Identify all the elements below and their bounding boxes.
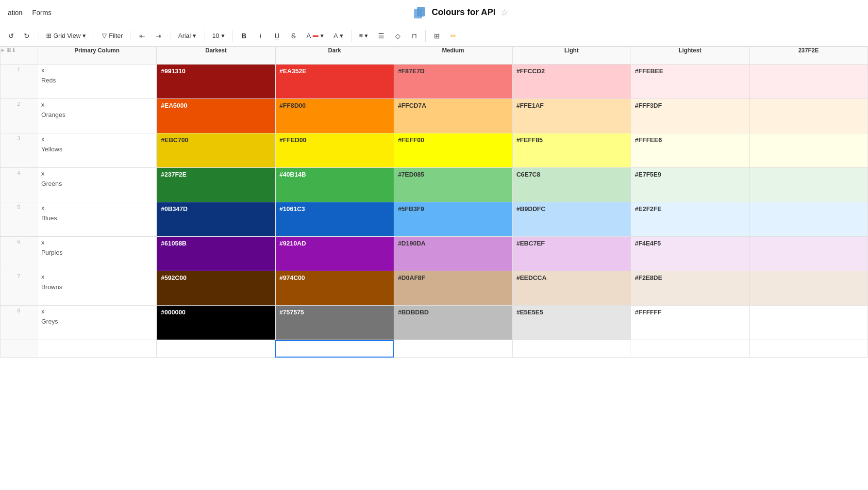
row-number: 6 [0,237,37,271]
cell-darkest[interactable]: #237F2E [157,168,275,202]
edit-button[interactable]: ✏ [446,29,461,43]
font-size-label: 10 [212,32,219,39]
header-light[interactable]: Light [512,47,631,65]
insert-table-button[interactable]: ⊞ [430,29,444,43]
list-button[interactable]: ☰ [374,29,388,43]
cell-darkest[interactable]: #000000 [157,306,275,340]
primary-cell[interactable]: xYellows [37,133,157,168]
cell-lightest[interactable]: #E2F2FE [631,202,749,237]
cell-lightest[interactable]: #E7F5E9 [631,168,749,202]
cell-dark[interactable]: #757575 [275,306,394,340]
header-lightest[interactable]: Lightest [631,47,749,65]
undo-button[interactable]: ↺ [4,29,18,43]
primary-cell[interactable]: xGreys [37,306,157,340]
cell-medium[interactable]: #D190DA [394,237,512,271]
bold-button[interactable]: B [237,29,251,43]
header-medium[interactable]: Medium [394,47,512,65]
cell-extra[interactable] [749,168,868,202]
expand-icon: ▸ [1,47,4,53]
indent-decrease-button[interactable]: ⇤ [135,29,150,43]
cell-dark[interactable]: #1061C3 [275,202,394,237]
cell-extra[interactable] [749,133,868,168]
cell-medium[interactable]: #FEFF00 [394,133,512,168]
cell-extra[interactable] [749,202,868,237]
cell-lightest[interactable]: #FFEBEE [631,65,749,99]
cell-lightest[interactable]: #F2E8DE [631,271,749,306]
cell-light[interactable]: #EEDCCA [512,271,631,306]
cell-dark[interactable]: #FFED00 [275,133,394,168]
font-selector[interactable]: Arial ▾ [174,30,200,41]
header-primary[interactable]: Primary Column [37,47,157,65]
link-button[interactable]: ⊓ [407,29,421,43]
indent-increase-button[interactable]: ⇥ [151,29,166,43]
row-number: 7 [0,271,37,306]
cell-medium[interactable]: #D0AF8F [394,271,512,306]
cell-extra[interactable] [749,65,868,99]
cell-light[interactable]: #FEFF85 [512,133,631,168]
sep1 [38,30,38,42]
cell-darkest[interactable]: #592C00 [157,271,275,306]
row-number: 2 [0,99,37,133]
color-table: ▸ ⊞ ℹ Primary Column Darkest Dark Medium… [0,47,868,358]
cell-lightest[interactable]: #F4E4F5 [631,237,749,271]
cell-dark[interactable]: #FF8D00 [275,99,394,133]
table-row: 1xReds#991310#EA352E#F87E7D#FFCCD2#FFEBE… [0,65,868,99]
header-darkest[interactable]: Darkest [157,47,275,65]
primary-cell[interactable]: xBlues [37,202,157,237]
align-button[interactable]: ≡ ▾ [355,30,372,41]
cell-dark[interactable]: #EA352E [275,65,394,99]
strikethrough-button[interactable]: S [286,29,301,43]
cell-light[interactable]: #EBC7EF [512,237,631,271]
cell-darkest[interactable]: #EA5000 [157,99,275,133]
cell-extra[interactable] [749,271,868,306]
cell-dark[interactable]: #9210AD [275,237,394,271]
grid-view-chevron: ▾ [83,32,86,39]
cell-darkest[interactable]: #991310 [157,65,275,99]
nav-item-ation[interactable]: ation [8,9,22,16]
header-extra[interactable]: 237F2E [749,47,868,65]
cell-darkest[interactable]: #0B347D [157,202,275,237]
text-color-button[interactable]: A▾ [330,30,347,41]
cell-dark[interactable]: #974C00 [275,271,394,306]
font-label: Arial [178,32,191,39]
cell-medium[interactable]: #FFCD7A [394,99,512,133]
grid-view-button[interactable]: ⊞ Grid View ▾ [42,30,90,41]
cell-darkest[interactable]: #61058B [157,237,275,271]
top-nav: ation Forms Colours for API ☆ [0,0,868,25]
nav-item-forms[interactable]: Forms [32,9,51,16]
cell-lightest[interactable]: #FFFEE6 [631,133,749,168]
cell-medium[interactable]: #BDBDBD [394,306,512,340]
primary-cell[interactable]: xOranges [37,99,157,133]
primary-cell[interactable]: xBrowns [37,271,157,306]
cell-lightest[interactable]: #FFF3DF [631,99,749,133]
cell-extra[interactable] [749,237,868,271]
cell-medium[interactable]: #7ED085 [394,168,512,202]
font-size-selector[interactable]: 10 ▾ [208,30,228,41]
filter-button[interactable]: ▽ Filter [98,30,127,41]
cell-lightest[interactable]: #FFFFFF [631,306,749,340]
cell-light[interactable]: #FFCCD2 [512,65,631,99]
cell-extra[interactable] [749,99,868,133]
cell-medium[interactable]: #F87E7D [394,65,512,99]
primary-cell[interactable]: xGreens [37,168,157,202]
header-dark[interactable]: Dark [275,47,394,65]
fill-color-button[interactable]: A▾ [303,30,328,41]
cell-medium[interactable]: #5FB3F9 [394,202,512,237]
cell-light[interactable]: #FFE1AF [512,99,631,133]
cell-light[interactable]: #E5E5E5 [512,306,631,340]
cell-extra[interactable] [749,306,868,340]
italic-button[interactable]: I [253,29,268,43]
cell-light[interactable]: C6E7C8 [512,168,631,202]
sep7 [351,30,351,42]
primary-cell[interactable]: xReds [37,65,157,99]
clear-button[interactable]: ◇ [390,29,405,43]
info-icon: ℹ [13,47,15,53]
redo-button[interactable]: ↻ [19,29,34,43]
underline-button[interactable]: U [270,29,284,43]
star-icon[interactable]: ☆ [501,7,508,18]
cell-darkest[interactable]: #EBC700 [157,133,275,168]
grid-view-label: Grid View [53,32,81,39]
cell-dark[interactable]: #40B14B [275,168,394,202]
primary-cell[interactable]: xPurples [37,237,157,271]
cell-light[interactable]: #B9DDFC [512,202,631,237]
